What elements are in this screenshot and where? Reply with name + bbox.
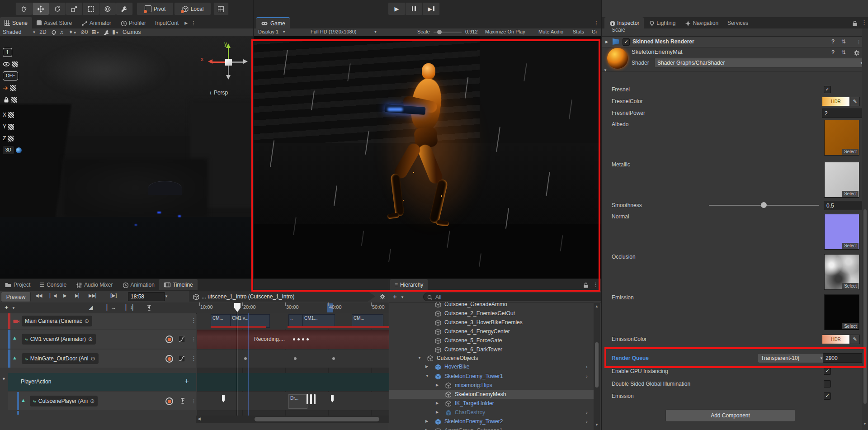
inspector-scrollbar[interactable]: ▼ bbox=[862, 28, 868, 430]
hierarchy-add-caret[interactable]: ▼ bbox=[401, 295, 404, 299]
timeline-settings-gear[interactable] bbox=[379, 293, 386, 300]
gizmo-right-axis[interactable] bbox=[231, 61, 244, 63]
gizmo-persp-row[interactable]: ⟨Persp bbox=[210, 90, 228, 96]
select-button[interactable]: Select bbox=[842, 149, 859, 155]
foldout-expanded-icon[interactable]: ▼ bbox=[425, 372, 429, 381]
hierarchy-item[interactable]: ▶IK_TargetHolder bbox=[389, 399, 594, 408]
add-track-button[interactable]: + bbox=[5, 303, 9, 311]
overlay-button-3d[interactable]: 3D bbox=[3, 145, 24, 155]
stats-button[interactable]: Stats bbox=[573, 29, 584, 34]
gizmos-button-clipped[interactable]: Gi bbox=[592, 29, 597, 34]
scene-grid-dropdown[interactable]: ⊞▼ bbox=[91, 29, 99, 35]
emission-toggle-checkbox[interactable]: ✓ bbox=[824, 392, 831, 400]
shading-mode-dropdown[interactable]: Shaded▼ bbox=[3, 29, 36, 35]
shader-dropdown[interactable]: Shader Graphs/CharShader▼ bbox=[654, 58, 867, 68]
tab-game[interactable]: Game bbox=[256, 17, 290, 28]
record-toggle[interactable] bbox=[165, 397, 173, 405]
prop-fresnel-checkbox[interactable]: ✓ bbox=[824, 86, 831, 93]
foldout-expanded-icon[interactable]: ▼ bbox=[418, 354, 421, 363]
select-button[interactable]: Select bbox=[842, 191, 859, 197]
overlay-button-off[interactable]: OFF bbox=[3, 71, 24, 81]
resolution-dropdown[interactable]: Full HD (1920x1080)▼ bbox=[311, 29, 377, 34]
hierarchy-item[interactable]: Cutscene_GrenadeAmmo bbox=[389, 302, 594, 309]
display-dropdown[interactable]: Display 1▼ bbox=[258, 29, 286, 34]
hierarchy-scrollbar[interactable]: ▲ ▼ bbox=[594, 302, 600, 430]
curves-icon[interactable] bbox=[178, 335, 185, 342]
render-queue-value-field[interactable]: 2900 bbox=[823, 353, 863, 363]
curves-icon[interactable] bbox=[178, 355, 185, 362]
gizmo-center-cube[interactable] bbox=[225, 59, 232, 66]
scene-2d-toggle[interactable]: 2D bbox=[39, 29, 46, 35]
track-name-chip[interactable]: ⤷CutscenePlayer (Ani⊙ bbox=[30, 396, 98, 406]
inspector-menu[interactable]: ⋮ bbox=[861, 19, 868, 26]
help-icon[interactable]: ? bbox=[831, 38, 835, 45]
material-presets-icon[interactable]: ⇅ bbox=[841, 49, 846, 56]
emissioncolor-eyedropper[interactable]: ✎ bbox=[850, 335, 860, 344]
prefab-open-chevron[interactable]: › bbox=[586, 362, 588, 371]
overlay-button-y[interactable]: Y bbox=[3, 122, 24, 132]
track-menu[interactable]: ⋮ bbox=[191, 335, 197, 342]
tab-hierarchy[interactable]: ≡Hierarchy bbox=[390, 279, 428, 291]
time-field[interactable]: 18:58 bbox=[128, 292, 165, 301]
material-help-icon[interactable]: ? bbox=[831, 49, 835, 56]
record-toggle[interactable] bbox=[165, 335, 173, 343]
track-name-chip[interactable]: ⤷MainGate_OutDoor (Ani⊙ bbox=[22, 353, 99, 364]
play-preview-button[interactable]: ▶ bbox=[63, 293, 67, 298]
mute-audio-button[interactable]: Mute Audio bbox=[538, 29, 563, 34]
hierarchy-item[interactable]: ▶mixamorig:Hips bbox=[389, 381, 594, 390]
timeline-clip[interactable]: Dr... bbox=[288, 394, 307, 409]
scene-measure-dropdown[interactable]: ▮▼ bbox=[112, 29, 119, 35]
emission-texture-slot[interactable]: Select bbox=[824, 294, 859, 330]
hierarchy-menu[interactable]: ⋮ bbox=[593, 281, 599, 288]
hierarchy-item[interactable]: ▼CutsceneObjects bbox=[389, 354, 594, 363]
hierarchy-item[interactable]: ▶SkeletonEnemy_Tower2› bbox=[389, 417, 594, 426]
track-menu[interactable]: ⋮ bbox=[191, 397, 197, 404]
marker-pin[interactable] bbox=[331, 395, 334, 402]
hierarchy-item[interactable]: Cutscene_6_DarkTower bbox=[389, 345, 594, 354]
tab-animator[interactable]: Animator bbox=[76, 17, 116, 28]
tab-lighting[interactable]: Lighting bbox=[644, 17, 680, 28]
scene-tab-menu[interactable]: ⋮ bbox=[189, 17, 198, 28]
goto-start-button[interactable]: ◀◀ bbox=[35, 293, 42, 298]
scene-lighting-toggle[interactable] bbox=[50, 29, 56, 35]
tab-navigation[interactable]: Navigation bbox=[680, 17, 723, 28]
preview-button[interactable]: Preview bbox=[1, 292, 31, 302]
track-menu[interactable]: ⋮ bbox=[191, 355, 197, 362]
component-enabled-checkbox[interactable]: ✓ bbox=[623, 38, 630, 46]
overlay-button-1[interactable]: 1 bbox=[3, 47, 24, 57]
scroll-thumb[interactable] bbox=[863, 209, 867, 404]
tab-services[interactable]: Services bbox=[723, 17, 753, 28]
time-options-caret[interactable]: ▼ bbox=[165, 294, 168, 298]
target-icon[interactable]: ⊙ bbox=[88, 336, 93, 342]
foldout-collapsed-icon[interactable]: ▶ bbox=[425, 417, 428, 426]
gizmo-x-axis[interactable] bbox=[212, 61, 226, 63]
timeline-clips-area[interactable]: CM... CM1 v... .. CM1... CM... Recording… bbox=[197, 313, 389, 416]
maximize-on-play-button[interactable]: Maximize On Play bbox=[485, 29, 525, 34]
tab-console[interactable]: ☰Console bbox=[35, 279, 71, 290]
foldout-collapsed-icon[interactable]: ▶ bbox=[425, 426, 428, 430]
render-queue-dropdown[interactable]: Transparent-10(▼ bbox=[758, 353, 826, 363]
hierarchy-item[interactable]: Cutscene_3_HoverBikeEnemies bbox=[389, 318, 594, 327]
target-icon[interactable]: ⊙ bbox=[90, 398, 94, 404]
curves-toggle[interactable]: ◢ bbox=[89, 304, 93, 311]
hierarchy-item[interactable]: ▶AgentGroup_Cutscene1 bbox=[389, 426, 594, 430]
scene-orientation-gizmo[interactable]: y x ⟨Persp bbox=[194, 41, 249, 99]
target-icon[interactable]: ⊙ bbox=[90, 355, 95, 362]
hierarchy-search-box[interactable] bbox=[423, 293, 602, 301]
overlay-button-z[interactable]: Z bbox=[3, 133, 24, 143]
select-button[interactable]: Select bbox=[842, 243, 859, 249]
game-viewport[interactable] bbox=[254, 36, 602, 279]
target-icon[interactable]: ⊙ bbox=[85, 318, 89, 324]
tab-audio-mixer[interactable]: Audio Mixer bbox=[71, 279, 117, 290]
prefab-open-chevron[interactable]: › bbox=[586, 408, 588, 417]
scene-audio-toggle[interactable]: ♬ bbox=[60, 29, 65, 35]
emissioncolor-hdr-swatch[interactable]: HDR bbox=[822, 335, 850, 344]
overlay-button-lock[interactable] bbox=[3, 95, 24, 104]
tab-inputcont[interactable]: InputCont bbox=[151, 17, 183, 28]
game-panel-menu[interactable]: ⋮ bbox=[592, 17, 601, 28]
tab-profiler[interactable]: Profiler bbox=[116, 17, 151, 28]
albedo-texture-slot[interactable]: Select bbox=[824, 120, 859, 156]
timeline-breadcrumb[interactable]: ... utscene_1_Intro (Cutscene_1_Intro) bbox=[189, 291, 375, 302]
track-menu[interactable]: ⋮ bbox=[191, 317, 197, 324]
marker-pin[interactable] bbox=[222, 395, 225, 402]
